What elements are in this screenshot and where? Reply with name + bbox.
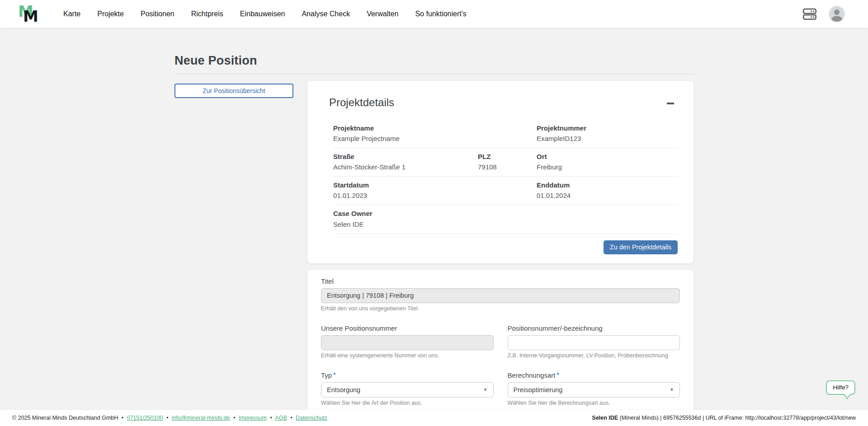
typ-label: Typ*: [321, 371, 494, 379]
detail-row-dates: Startdatum 01.01.2023 Enddatum 01.01.202…: [333, 177, 678, 205]
to-project-details-button[interactable]: Zu den Projektdetails: [604, 240, 678, 254]
person-icon: [829, 7, 844, 22]
detail-field-ort: Ort Freiburg: [537, 152, 678, 172]
project-card-header: Projektdetails: [329, 96, 678, 111]
detail-field-projektname: Projektname Example Projectname: [333, 124, 537, 143]
help-button-label: Hilfe?: [833, 384, 849, 391]
nav-item-analyse-check[interactable]: Analyse Check: [302, 10, 350, 18]
project-details-card: Projektdetails Projektname Example Proje…: [307, 81, 693, 263]
field-value: ExampleID123: [537, 134, 678, 143]
detail-field-enddatum: Enddatum 01.01.2024: [537, 181, 678, 200]
footer-separator: •: [290, 415, 292, 421]
type-row: Typ* Entsorgung ▼ Wählen Sie hier die Ar…: [321, 371, 680, 406]
server-icon-glyph: [802, 7, 817, 21]
footer-session-info: (Mineral Minds) | 69576255536d | URL of …: [618, 415, 856, 421]
footer-link-impressum[interactable]: Impressum: [239, 415, 267, 421]
title-divider: [175, 74, 693, 74]
detail-field-projektnummer: Projektnummer ExampleID123: [537, 124, 678, 143]
right-column: Projektdetails Projektname Example Proje…: [307, 81, 693, 426]
nav-item-verwalten[interactable]: Verwalten: [367, 10, 398, 18]
speech-bubble-tail: [844, 390, 850, 399]
server-icon[interactable]: [802, 7, 817, 21]
page-title: Neue Position: [175, 54, 693, 68]
field-value: 79108: [478, 162, 537, 172]
field-label: Projektnummer: [537, 124, 678, 133]
berechnungsart-group: Berechnungsart* Preisoptimierung ▼ Wähle…: [508, 371, 680, 406]
typ-select[interactable]: Entsorgung ▼: [321, 382, 494, 398]
chevron-down-icon: ▼: [483, 387, 488, 392]
detail-field-plz: PLZ 79108: [478, 152, 537, 172]
footer-left: © 2025 Mineral Minds Deutschland GmbH • …: [12, 415, 327, 421]
footer-link-email[interactable]: info@mineral-minds.de: [172, 415, 230, 421]
field-label: Straße: [333, 152, 478, 161]
footer-right: Selen IDE (Mineral Minds) | 69576255536d…: [592, 415, 856, 421]
footer-copyright: © 2025 Mineral Minds Deutschland GmbH: [12, 415, 118, 421]
nav-item-einbauweisen[interactable]: Einbauweisen: [240, 10, 285, 18]
berechnungsart-select[interactable]: Preisoptimierung ▼: [508, 382, 680, 398]
position-number-group: Positionsnummer/-bezeichnung Z.B. Intern…: [508, 324, 680, 359]
titel-group: Titel Erhält den von uns vorgegebenen Ti…: [321, 277, 680, 312]
position-number-label: Positionsnummer/-bezeichnung: [508, 324, 680, 332]
typ-helper: Wählen Sie hier die Art der Position aus…: [321, 400, 494, 406]
typ-label-text: Typ: [321, 371, 332, 379]
field-value: Achim-Stocker-Straße 1: [333, 162, 478, 172]
titel-label: Titel: [321, 277, 680, 285]
field-label: Enddatum: [537, 181, 678, 190]
field-label: Projektname: [333, 124, 537, 133]
berechnungsart-label-text: Berechnungsart: [508, 371, 556, 379]
logo-m-black: M: [23, 9, 38, 24]
top-navbar: M M Karte Projekte Positionen Richtpreis…: [0, 0, 868, 28]
number-row: Unsere Positionsnummer Erhält eine syste…: [321, 324, 680, 359]
nav-item-projekte[interactable]: Projekte: [97, 10, 124, 18]
field-value: Selen IDE: [333, 220, 678, 229]
footer: © 2025 Mineral Minds Deutschland GmbH • …: [0, 410, 868, 426]
position-overview-button[interactable]: Zur Positionsübersicht: [175, 84, 293, 98]
footer-link-datenschutz[interactable]: Datenschutz: [296, 415, 327, 421]
project-card-actions: Zu den Projektdetails: [329, 240, 678, 254]
nav-item-richtpreis[interactable]: Richtpreis: [191, 10, 223, 18]
detail-row-address: Straße Achim-Stocker-Straße 1 PLZ 79108 …: [333, 148, 678, 177]
field-value: 01.01.2023: [333, 191, 537, 200]
berechnungsart-helper: Wählen Sie hier die Berechnungsart aus.: [508, 400, 680, 406]
new-position-form-card: Titel Erhält den von uns vorgegebenen Ti…: [307, 270, 693, 426]
footer-link-agb[interactable]: AGB: [275, 415, 287, 421]
berechnungsart-select-value: Preisoptimierung: [514, 386, 563, 393]
our-position-number-label: Unsere Positionsnummer: [321, 324, 494, 332]
project-card-title: Projektdetails: [329, 96, 394, 109]
our-position-number-group: Unsere Positionsnummer Erhält eine syste…: [321, 324, 494, 359]
titel-input: [321, 288, 680, 303]
detail-row-owner: Case Owner Selen IDE: [333, 205, 678, 234]
typ-group: Typ* Entsorgung ▼ Wählen Sie hier die Ar…: [321, 371, 494, 406]
nav-menu: Karte Projekte Positionen Richtpreis Ein…: [63, 10, 467, 18]
footer-separator: •: [122, 415, 123, 421]
left-column: Zur Positionsübersicht: [175, 81, 293, 98]
detail-field-strasse: Straße Achim-Stocker-Straße 1: [333, 152, 478, 172]
required-asterisk: *: [557, 371, 559, 378]
footer-separator: •: [233, 415, 235, 421]
footer-user-name: Selen IDE: [592, 415, 618, 421]
our-position-number-input: [321, 335, 494, 350]
navbar-right: [802, 5, 845, 23]
main-content: Neue Position Zur Positionsübersicht Pro…: [175, 28, 693, 426]
nav-item-karte[interactable]: Karte: [63, 10, 80, 18]
titel-helper: Erhält den von uns vorgegebenen Titel.: [321, 305, 680, 312]
berechnungsart-label: Berechnungsart*: [508, 371, 680, 379]
nav-item-positionen[interactable]: Positionen: [141, 10, 175, 18]
help-button[interactable]: Hilfe?: [826, 380, 855, 395]
field-value: 01.01.2024: [537, 191, 678, 200]
field-value: Example Projectname: [333, 134, 537, 143]
footer-link-phone[interactable]: 07151/250100: [127, 415, 163, 421]
our-position-number-helper: Erhält eine systemgenerierte Nummer von …: [321, 352, 494, 359]
field-value: Freiburg: [537, 162, 678, 172]
minus-icon: [667, 103, 674, 104]
footer-separator: •: [166, 415, 168, 421]
field-label: Startdatum: [333, 181, 537, 190]
field-label: PLZ: [478, 152, 537, 161]
field-label: Case Owner: [333, 209, 678, 218]
mineral-minds-logo-icon[interactable]: M M: [16, 2, 42, 26]
user-avatar-icon[interactable]: [828, 5, 845, 23]
collapse-card-button[interactable]: [663, 96, 678, 111]
project-detail-rows: Projektname Example Projectname Projektn…: [333, 120, 678, 234]
position-number-input[interactable]: [508, 335, 680, 350]
nav-item-so-funktionierts[interactable]: So funktioniert's: [415, 10, 466, 18]
